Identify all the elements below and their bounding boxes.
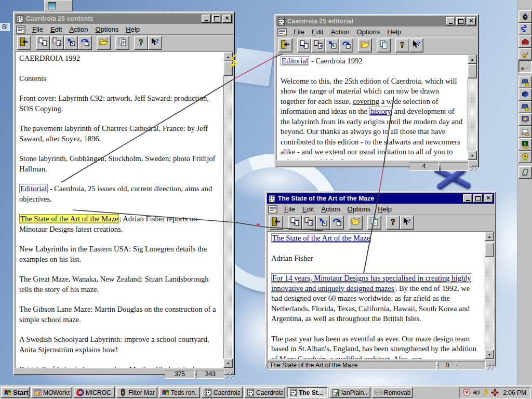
minimize-button[interactable] xyxy=(202,15,211,23)
resize-grip[interactable] xyxy=(470,164,477,171)
taskbar-button-microc[interactable]: WMICROC... xyxy=(74,387,115,398)
vertical-scrollbar[interactable]: ▲ ▼ xyxy=(485,232,494,359)
replace-page-button[interactable] xyxy=(36,36,50,50)
taskbar-button-removab[interactable]: Removab... xyxy=(372,387,413,398)
close-button[interactable]: × xyxy=(484,194,493,203)
norton-monitor-launcher-icon[interactable]: N xyxy=(518,138,532,151)
taskbar-button-ianplain[interactable]: IanPlain... xyxy=(329,387,370,398)
monitor-star-launcher-icon[interactable] xyxy=(518,113,532,126)
volume-icon[interactable] xyxy=(472,389,480,396)
copy-button[interactable] xyxy=(377,38,391,52)
vertical-scrollbar[interactable]: ▲ ▼ xyxy=(223,52,232,368)
menu-file[interactable]: File xyxy=(281,205,299,214)
resize-grip[interactable] xyxy=(487,363,494,370)
titlebar[interactable]: The State of the Art of the Maze × xyxy=(267,193,494,204)
help-button[interactable]: ? xyxy=(134,36,148,50)
menu-options[interactable]: Options xyxy=(92,25,123,34)
desktop-icon-label[interactable]: Bi xyxy=(0,23,10,31)
hyperlink[interactable]: The State of the Art of the Maze xyxy=(271,233,371,243)
minimized-window-fragment[interactable] xyxy=(44,0,73,11)
taskbar-button-tedsren[interactable]: Teds ren... xyxy=(159,387,200,398)
copy-button[interactable] xyxy=(115,36,129,50)
scroll-down-button[interactable]: ▼ xyxy=(223,358,233,368)
menu-action[interactable]: Action xyxy=(65,25,91,34)
menu-edit[interactable]: Edit xyxy=(47,25,65,34)
menu-options[interactable]: Options xyxy=(344,205,375,214)
scroll-thumb[interactable] xyxy=(468,64,477,78)
menu-help[interactable]: Help xyxy=(122,25,143,34)
jump-back-button[interactable] xyxy=(316,216,330,230)
virus-shield-icon[interactable] xyxy=(463,389,471,396)
laptop-save-launcher-icon[interactable] xyxy=(518,101,532,113)
scroll-down-button[interactable]: ▼ xyxy=(468,151,477,160)
taskbar-button-thest[interactable]: The St... xyxy=(287,387,328,398)
taskbar-button-moworks[interactable]: MOWorks xyxy=(31,387,72,398)
cable-launcher-icon[interactable] xyxy=(518,60,532,73)
hyperlink-highlighted[interactable]: The State of the Art of the Maze xyxy=(19,214,119,223)
maximize-button[interactable] xyxy=(212,15,221,23)
bug-launcher-icon[interactable] xyxy=(518,10,532,23)
menu-options[interactable]: Options xyxy=(353,28,384,37)
menu-edit[interactable]: Edit xyxy=(299,205,317,214)
taskbar-button-caerdroia[interactable]: Caerdroia... xyxy=(202,387,243,398)
minimize-button[interactable] xyxy=(463,194,472,203)
jump-forward-button[interactable] xyxy=(339,38,353,52)
menu-edit[interactable]: Edit xyxy=(308,28,327,37)
open-file-button[interactable] xyxy=(349,216,363,230)
lamp-launcher-icon[interactable] xyxy=(518,48,532,60)
close-button[interactable]: × xyxy=(467,17,476,25)
menu-action[interactable]: Action xyxy=(327,28,353,37)
hyperlink-underline[interactable]: covering xyxy=(353,97,379,105)
menu-file[interactable]: File xyxy=(29,25,47,34)
drive-box-launcher-icon[interactable] xyxy=(518,126,532,138)
replace-page-button[interactable] xyxy=(297,38,311,52)
close-button[interactable]: × xyxy=(222,15,232,23)
open-file-button[interactable] xyxy=(358,38,372,52)
scroll-down-button[interactable]: ▼ xyxy=(485,350,494,359)
hyperlink[interactable]: Editorial xyxy=(19,184,48,193)
context-help-button[interactable]: ? xyxy=(400,216,414,230)
document-menu-icon[interactable] xyxy=(277,28,288,36)
flower-scan-icon[interactable] xyxy=(491,389,499,396)
scroll-up-button[interactable]: ▲ xyxy=(485,232,494,241)
taskbar-button-caerdroia[interactable]: Caerdroia... xyxy=(244,387,285,398)
replace-page-button[interactable] xyxy=(288,216,302,230)
titlebar[interactable]: Caerdroia 25 contents × xyxy=(15,14,233,24)
jump-back-button[interactable] xyxy=(64,36,78,50)
find-page-button[interactable]: ?a xyxy=(311,38,325,52)
toolbox-launcher-icon[interactable] xyxy=(518,35,532,48)
scroll-up-button[interactable]: ▲ xyxy=(468,55,477,64)
exit-button[interactable] xyxy=(278,38,292,52)
resize-grip[interactable] xyxy=(226,372,233,379)
context-help-button[interactable]: ? xyxy=(409,38,423,52)
jump-back-button[interactable] xyxy=(325,38,339,52)
minimize-button[interactable] xyxy=(446,17,455,25)
find-page-button[interactable]: ?a xyxy=(50,36,64,50)
aim-messenger-icon[interactable] xyxy=(482,389,489,396)
spring-launcher-icon[interactable] xyxy=(518,23,532,35)
context-help-button[interactable]: ? xyxy=(148,36,162,50)
find-page-button[interactable]: ?a xyxy=(302,216,316,230)
exit-button[interactable] xyxy=(17,36,31,50)
menu-file[interactable]: File xyxy=(290,28,308,37)
hyperlink[interactable]: history xyxy=(369,107,393,116)
jump-forward-button[interactable] xyxy=(330,216,344,230)
open-file-button[interactable] xyxy=(97,36,111,50)
menu-action[interactable]: Action xyxy=(317,205,343,214)
help-button[interactable]: ? xyxy=(386,216,400,230)
maximize-button[interactable] xyxy=(456,17,466,25)
jump-forward-button[interactable] xyxy=(78,36,92,50)
scroll-thumb[interactable] xyxy=(485,243,494,257)
shield-badge-launcher-icon[interactable] xyxy=(518,151,532,163)
handheld-launcher-icon[interactable] xyxy=(518,166,532,179)
scroll-up-button[interactable]: ▲ xyxy=(223,52,233,61)
scroll-thumb[interactable] xyxy=(223,61,233,76)
menu-help[interactable]: Help xyxy=(383,28,405,37)
document-menu-icon[interactable] xyxy=(268,205,278,214)
document-menu-icon[interactable] xyxy=(16,25,26,34)
vertical-scrollbar[interactable]: ▲ ▼ xyxy=(468,55,476,160)
taskbar-button-filterman[interactable]: Filter Man... xyxy=(116,387,157,398)
laptop-disk-launcher-icon[interactable] xyxy=(518,76,532,88)
exit-button[interactable] xyxy=(269,216,283,230)
help-button[interactable]: ? xyxy=(395,38,409,52)
